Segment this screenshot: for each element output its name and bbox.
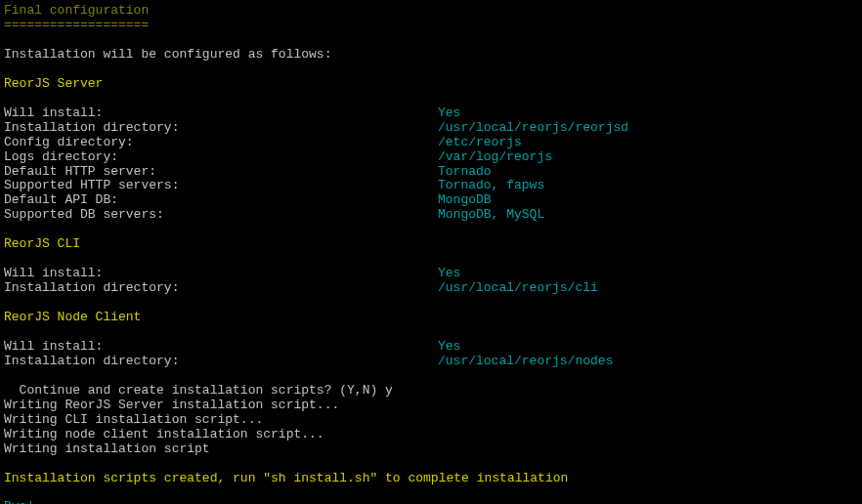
config-row: Default HTTP server: Tornado bbox=[4, 165, 858, 180]
terminal-title: Final configuration bbox=[4, 4, 858, 19]
config-value: Yes bbox=[438, 106, 460, 121]
config-label: Installation directory: bbox=[4, 281, 438, 296]
install-intro: Installation will be configured as follo… bbox=[4, 48, 858, 63]
config-value: Tornado bbox=[438, 165, 492, 180]
config-label: Config directory: bbox=[4, 136, 438, 150]
config-label: Will install: bbox=[4, 340, 438, 355]
terminal-divider: =================== bbox=[4, 19, 858, 33]
config-row: Will install: Yes bbox=[4, 106, 858, 121]
config-value: /usr/local/reorjs/cli bbox=[438, 281, 598, 296]
section-heading-node: ReorJS Node Client bbox=[4, 311, 858, 325]
config-row: Supported HTTP servers: Tornado, fapws bbox=[4, 179, 858, 193]
section-heading-server: ReorJS Server bbox=[4, 77, 858, 92]
completion-message: Installation scripts created, run "sh in… bbox=[4, 472, 858, 486]
config-value: /usr/local/reorjs/reorjsd bbox=[438, 121, 628, 136]
config-value: MongoDB bbox=[438, 193, 492, 208]
config-label: Supported HTTP servers: bbox=[4, 179, 438, 193]
config-label: Default HTTP server: bbox=[4, 165, 438, 180]
section-heading-cli: ReorJS CLI bbox=[4, 237, 858, 252]
config-label: Installation directory: bbox=[4, 121, 438, 136]
bye-message: Bye! bbox=[4, 500, 858, 504]
writing-line: Writing node client installation script.… bbox=[4, 428, 858, 442]
config-value: Yes bbox=[438, 267, 460, 281]
config-label: Installation directory: bbox=[4, 355, 438, 369]
config-label: Default API DB: bbox=[4, 193, 438, 208]
prompt-question: Continue and create installation scripts… bbox=[20, 383, 385, 398]
config-row: Config directory: /etc/reorjs bbox=[4, 136, 858, 150]
config-value: MongoDB, MySQL bbox=[438, 208, 544, 223]
prompt-answer: y bbox=[385, 383, 393, 398]
config-row: Installation directory: /usr/local/reorj… bbox=[4, 355, 858, 369]
config-value: Yes bbox=[438, 340, 460, 355]
config-label: Logs directory: bbox=[4, 150, 438, 165]
config-label: Will install: bbox=[4, 267, 438, 281]
config-value: /var/log/reorjs bbox=[438, 150, 552, 165]
writing-line: Writing installation script bbox=[4, 442, 858, 457]
writing-line: Writing CLI installation script... bbox=[4, 413, 858, 428]
config-row: Installation directory: /usr/local/reorj… bbox=[4, 281, 858, 296]
config-row: Will install: Yes bbox=[4, 267, 858, 281]
config-value: /etc/reorjs bbox=[438, 136, 522, 150]
config-value: /usr/local/reorjs/nodes bbox=[438, 355, 613, 369]
config-row: Will install: Yes bbox=[4, 340, 858, 355]
config-row: Installation directory: /usr/local/reorj… bbox=[4, 121, 858, 136]
config-label: Will install: bbox=[4, 106, 438, 121]
config-row: Logs directory: /var/log/reorjs bbox=[4, 150, 858, 165]
writing-line: Writing ReorJS Server installation scrip… bbox=[4, 399, 858, 413]
config-row: Supported DB servers: MongoDB, MySQL bbox=[4, 208, 858, 223]
prompt-line[interactable]: Continue and create installation scripts… bbox=[4, 369, 858, 399]
config-row: Default API DB: MongoDB bbox=[4, 193, 858, 208]
config-value: Tornado, fapws bbox=[438, 179, 544, 193]
config-label: Supported DB servers: bbox=[4, 208, 438, 223]
